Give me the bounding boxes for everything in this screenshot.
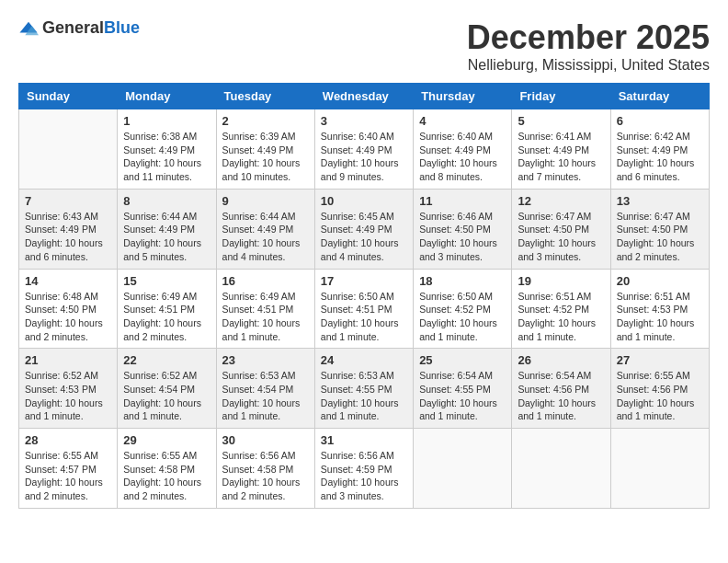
day-number: 25	[419, 353, 506, 367]
calendar-cell: 4Sunrise: 6:40 AM Sunset: 4:49 PM Daylig…	[414, 109, 512, 190]
calendar-header-row: Sunday Monday Tuesday Wednesday Thursday…	[19, 84, 710, 109]
col-sunday: Sunday	[19, 84, 118, 109]
calendar-week-row: 7Sunrise: 6:43 AM Sunset: 4:49 PM Daylig…	[19, 189, 710, 269]
day-number: 14	[25, 274, 111, 288]
day-info: Sunrise: 6:44 AM Sunset: 4:49 PM Dayligh…	[222, 210, 309, 264]
day-info: Sunrise: 6:42 AM Sunset: 4:49 PM Dayligh…	[617, 130, 703, 184]
day-info: Sunrise: 6:55 AM Sunset: 4:56 PM Dayligh…	[617, 369, 703, 423]
calendar-cell: 26Sunrise: 6:54 AM Sunset: 4:56 PM Dayli…	[512, 349, 610, 429]
day-number: 3	[321, 114, 407, 128]
day-info: Sunrise: 6:44 AM Sunset: 4:49 PM Dayligh…	[123, 210, 210, 264]
day-info: Sunrise: 6:51 AM Sunset: 4:53 PM Dayligh…	[617, 290, 703, 344]
day-number: 26	[518, 353, 604, 367]
day-info: Sunrise: 6:53 AM Sunset: 4:54 PM Dayligh…	[222, 369, 309, 423]
day-info: Sunrise: 6:48 AM Sunset: 4:50 PM Dayligh…	[25, 290, 111, 344]
calendar-cell: 1Sunrise: 6:38 AM Sunset: 4:49 PM Daylig…	[118, 109, 216, 190]
day-info: Sunrise: 6:47 AM Sunset: 4:50 PM Dayligh…	[617, 210, 703, 264]
day-info: Sunrise: 6:54 AM Sunset: 4:55 PM Dayligh…	[419, 369, 506, 423]
day-info: Sunrise: 6:50 AM Sunset: 4:51 PM Dayligh…	[321, 290, 407, 344]
day-number: 1	[123, 114, 210, 128]
calendar-cell: 15Sunrise: 6:49 AM Sunset: 4:51 PM Dayli…	[118, 269, 216, 349]
day-number: 28	[25, 433, 111, 447]
day-number: 4	[419, 114, 506, 128]
calendar-cell: 13Sunrise: 6:47 AM Sunset: 4:50 PM Dayli…	[610, 189, 709, 269]
day-info: Sunrise: 6:51 AM Sunset: 4:52 PM Dayligh…	[518, 290, 604, 344]
day-number: 2	[222, 114, 309, 128]
day-number: 20	[617, 274, 703, 288]
logo-general: General	[42, 18, 104, 37]
calendar-cell: 21Sunrise: 6:52 AM Sunset: 4:53 PM Dayli…	[19, 349, 118, 429]
calendar-cell	[512, 429, 610, 509]
day-info: Sunrise: 6:52 AM Sunset: 4:54 PM Dayligh…	[123, 369, 210, 423]
day-number: 12	[518, 194, 604, 208]
calendar-cell: 23Sunrise: 6:53 AM Sunset: 4:54 PM Dayli…	[216, 349, 314, 429]
calendar-cell: 29Sunrise: 6:55 AM Sunset: 4:58 PM Dayli…	[118, 429, 216, 509]
day-info: Sunrise: 6:49 AM Sunset: 4:51 PM Dayligh…	[123, 290, 210, 344]
day-number: 15	[123, 274, 210, 288]
calendar-cell: 7Sunrise: 6:43 AM Sunset: 4:49 PM Daylig…	[19, 189, 118, 269]
calendar-cell: 17Sunrise: 6:50 AM Sunset: 4:51 PM Dayli…	[314, 269, 413, 349]
calendar-cell: 5Sunrise: 6:41 AM Sunset: 4:49 PM Daylig…	[512, 109, 610, 190]
calendar-cell	[610, 429, 709, 509]
calendar-cell: 28Sunrise: 6:55 AM Sunset: 4:57 PM Dayli…	[19, 429, 118, 509]
calendar-cell: 16Sunrise: 6:49 AM Sunset: 4:51 PM Dayli…	[216, 269, 314, 349]
col-monday: Monday	[118, 84, 216, 109]
day-number: 22	[123, 353, 210, 367]
calendar-cell: 22Sunrise: 6:52 AM Sunset: 4:54 PM Dayli…	[118, 349, 216, 429]
location-title: Nellieburg, Mississippi, United States	[467, 57, 710, 74]
day-info: Sunrise: 6:46 AM Sunset: 4:50 PM Dayligh…	[419, 210, 506, 264]
calendar-cell: 27Sunrise: 6:55 AM Sunset: 4:56 PM Dayli…	[610, 349, 709, 429]
calendar-cell: 14Sunrise: 6:48 AM Sunset: 4:50 PM Dayli…	[19, 269, 118, 349]
calendar-cell: 10Sunrise: 6:45 AM Sunset: 4:49 PM Dayli…	[314, 189, 413, 269]
day-info: Sunrise: 6:55 AM Sunset: 4:57 PM Dayligh…	[25, 449, 111, 503]
title-block: December 2025 Nellieburg, Mississippi, U…	[467, 18, 710, 74]
calendar-week-row: 21Sunrise: 6:52 AM Sunset: 4:53 PM Dayli…	[19, 349, 710, 429]
day-number: 13	[617, 194, 703, 208]
day-number: 6	[617, 114, 703, 128]
day-info: Sunrise: 6:38 AM Sunset: 4:49 PM Dayligh…	[123, 130, 210, 184]
calendar-cell: 6Sunrise: 6:42 AM Sunset: 4:49 PM Daylig…	[610, 109, 709, 190]
day-info: Sunrise: 6:39 AM Sunset: 4:49 PM Dayligh…	[222, 130, 309, 184]
day-info: Sunrise: 6:54 AM Sunset: 4:56 PM Dayligh…	[518, 369, 604, 423]
day-number: 27	[617, 353, 703, 367]
logo: GeneralBlue	[18, 18, 140, 38]
day-info: Sunrise: 6:47 AM Sunset: 4:50 PM Dayligh…	[518, 210, 604, 264]
day-info: Sunrise: 6:56 AM Sunset: 4:58 PM Dayligh…	[222, 449, 309, 503]
day-info: Sunrise: 6:53 AM Sunset: 4:55 PM Dayligh…	[321, 369, 407, 423]
day-info: Sunrise: 6:50 AM Sunset: 4:52 PM Dayligh…	[419, 290, 506, 344]
day-number: 19	[518, 274, 604, 288]
calendar-week-row: 14Sunrise: 6:48 AM Sunset: 4:50 PM Dayli…	[19, 269, 710, 349]
day-number: 9	[222, 194, 309, 208]
day-number: 7	[25, 194, 111, 208]
day-info: Sunrise: 6:45 AM Sunset: 4:49 PM Dayligh…	[321, 210, 407, 264]
day-number: 11	[419, 194, 506, 208]
calendar-cell: 9Sunrise: 6:44 AM Sunset: 4:49 PM Daylig…	[216, 189, 314, 269]
calendar-cell: 18Sunrise: 6:50 AM Sunset: 4:52 PM Dayli…	[414, 269, 512, 349]
day-info: Sunrise: 6:52 AM Sunset: 4:53 PM Dayligh…	[25, 369, 111, 423]
calendar-week-row: 28Sunrise: 6:55 AM Sunset: 4:57 PM Dayli…	[19, 429, 710, 509]
day-number: 17	[321, 274, 407, 288]
col-saturday: Saturday	[610, 84, 709, 109]
day-number: 16	[222, 274, 309, 288]
logo-icon	[18, 20, 39, 37]
calendar-table: Sunday Monday Tuesday Wednesday Thursday…	[18, 83, 710, 509]
day-info: Sunrise: 6:55 AM Sunset: 4:58 PM Dayligh…	[123, 449, 210, 503]
day-number: 10	[321, 194, 407, 208]
calendar-cell: 20Sunrise: 6:51 AM Sunset: 4:53 PM Dayli…	[610, 269, 709, 349]
day-info: Sunrise: 6:49 AM Sunset: 4:51 PM Dayligh…	[222, 290, 309, 344]
day-info: Sunrise: 6:40 AM Sunset: 4:49 PM Dayligh…	[321, 130, 407, 184]
day-number: 30	[222, 433, 309, 447]
day-info: Sunrise: 6:40 AM Sunset: 4:49 PM Dayligh…	[419, 130, 506, 184]
calendar-cell	[19, 109, 118, 190]
day-number: 8	[123, 194, 210, 208]
col-friday: Friday	[512, 84, 610, 109]
logo-text: GeneralBlue	[42, 18, 140, 38]
calendar-cell: 30Sunrise: 6:56 AM Sunset: 4:58 PM Dayli…	[216, 429, 314, 509]
day-info: Sunrise: 6:41 AM Sunset: 4:49 PM Dayligh…	[518, 130, 604, 184]
month-title: December 2025	[467, 18, 710, 57]
col-wednesday: Wednesday	[314, 84, 413, 109]
day-info: Sunrise: 6:56 AM Sunset: 4:59 PM Dayligh…	[321, 449, 407, 503]
calendar-cell: 25Sunrise: 6:54 AM Sunset: 4:55 PM Dayli…	[414, 349, 512, 429]
calendar-cell: 31Sunrise: 6:56 AM Sunset: 4:59 PM Dayli…	[314, 429, 413, 509]
day-number: 31	[321, 433, 407, 447]
